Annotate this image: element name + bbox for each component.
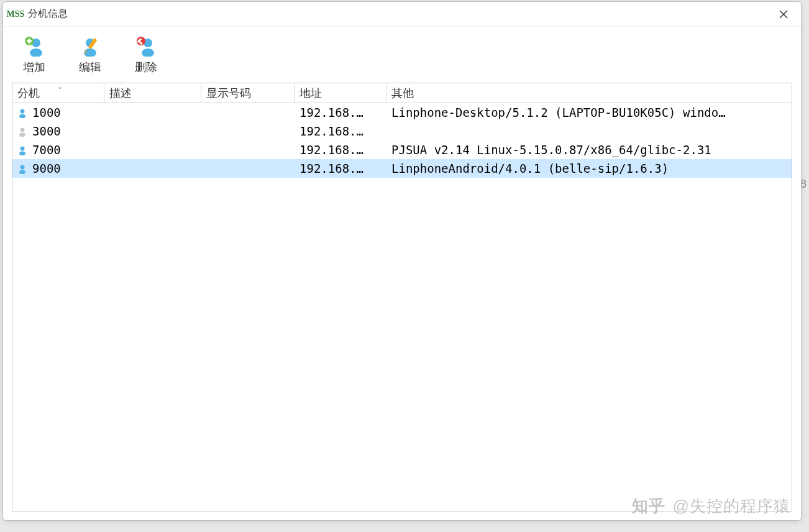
col-ext-label: 分机 [17, 86, 40, 101]
col-other-label: 其他 [391, 86, 414, 101]
cell-other: PJSUA v2.14 Linux-5.15.0.87/x86_64/glibc… [386, 142, 792, 158]
svg-point-20 [21, 147, 25, 151]
cell-display-number [201, 130, 295, 132]
toolbar: 增加 编辑 [3, 27, 801, 83]
table-row[interactable]: 1000 192.168.… Linphone-Desktop/5.1.2 (L… [12, 103, 792, 122]
cell-extension: 3000 [32, 124, 61, 138]
edit-label: 编辑 [79, 60, 101, 75]
cell-description [104, 167, 201, 170]
table-row[interactable]: 9000 192.168.… LinphoneAndroid/4.0.1 (be… [12, 159, 792, 178]
app-icon: MSS [8, 7, 23, 22]
user-status-icon [17, 107, 29, 118]
cell-display-number [201, 167, 295, 170]
close-button[interactable] [771, 5, 796, 24]
column-other[interactable]: 其他 [386, 83, 792, 103]
table-row[interactable]: 7000 192.168.… PJSUA v2.14 Linux-5.15.0.… [12, 140, 792, 159]
cell-extension: 1000 [32, 106, 61, 119]
cell-description [104, 111, 201, 114]
svg-point-23 [19, 170, 25, 175]
cell-extension: 9000 [32, 162, 61, 175]
cell-other [386, 130, 792, 132]
table-row[interactable]: 3000 192.168.… [12, 122, 792, 140]
titlebar: MSS 分机信息 [3, 2, 801, 27]
svg-point-16 [21, 109, 25, 114]
svg-point-12 [142, 48, 154, 57]
edit-button[interactable]: 编辑 [71, 32, 109, 77]
delete-button[interactable]: 删除 [127, 32, 165, 77]
column-extension[interactable]: 分机 ⌄ [12, 83, 104, 103]
cell-other: LinphoneAndroid/4.0.1 (belle-sip/1.6.3) [386, 160, 792, 177]
svg-point-17 [19, 114, 25, 119]
cell-display-number [201, 111, 295, 114]
window-title: 分机信息 [28, 7, 68, 21]
svg-point-3 [30, 48, 42, 57]
svg-point-18 [21, 128, 25, 132]
cell-extension: 7000 [32, 143, 61, 157]
extension-info-window: MSS 分机信息 增加 [2, 1, 802, 521]
svg-point-22 [21, 165, 25, 170]
extension-table: 分机 ⌄ 描述 显示号码 地址 其他 1000 192.168.… [12, 83, 792, 511]
cell-address: 192.168.… [295, 104, 386, 121]
table-body: 1000 192.168.… Linphone-Desktop/5.1.2 (L… [12, 103, 792, 178]
delete-label: 删除 [135, 60, 157, 75]
col-desc-label: 描述 [109, 86, 132, 101]
user-delete-icon [135, 35, 157, 57]
column-display-number[interactable]: 显示号码 [201, 83, 295, 103]
user-edit-icon [79, 35, 101, 57]
add-label: 增加 [23, 60, 45, 75]
cell-address: 192.168.… [295, 123, 386, 139]
svg-point-19 [19, 133, 25, 137]
svg-rect-6 [27, 40, 32, 42]
table-header: 分机 ⌄ 描述 显示号码 地址 其他 [12, 83, 792, 103]
sort-indicator-icon: ⌄ [57, 83, 62, 90]
add-button[interactable]: 增加 [16, 32, 53, 77]
col-disp-label: 显示号码 [206, 86, 251, 101]
close-icon [779, 9, 788, 19]
cell-other: Linphone-Desktop/5.1.2 (LAPTOP-BU10K05C)… [386, 104, 792, 121]
cell-address: 192.168.… [295, 142, 386, 158]
user-status-icon [17, 163, 29, 174]
user-status-icon [17, 144, 29, 155]
col-addr-label: 地址 [299, 86, 322, 101]
user-status-icon [17, 126, 29, 137]
cell-description [104, 130, 201, 132]
cell-display-number [201, 149, 295, 151]
cell-address: 192.168.… [295, 160, 386, 177]
column-address[interactable]: 地址 [295, 83, 386, 103]
cell-description [104, 149, 201, 151]
svg-point-21 [19, 152, 25, 156]
column-description[interactable]: 描述 [104, 83, 201, 103]
user-add-icon [23, 35, 45, 57]
